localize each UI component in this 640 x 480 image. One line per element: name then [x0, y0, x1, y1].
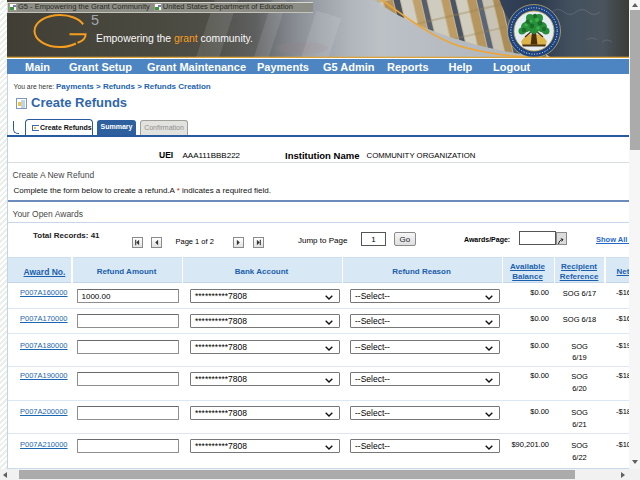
svg-text:Empowering the grant community: Empowering the grant community. — [96, 33, 253, 44]
svg-text:5: 5 — [91, 12, 99, 28]
